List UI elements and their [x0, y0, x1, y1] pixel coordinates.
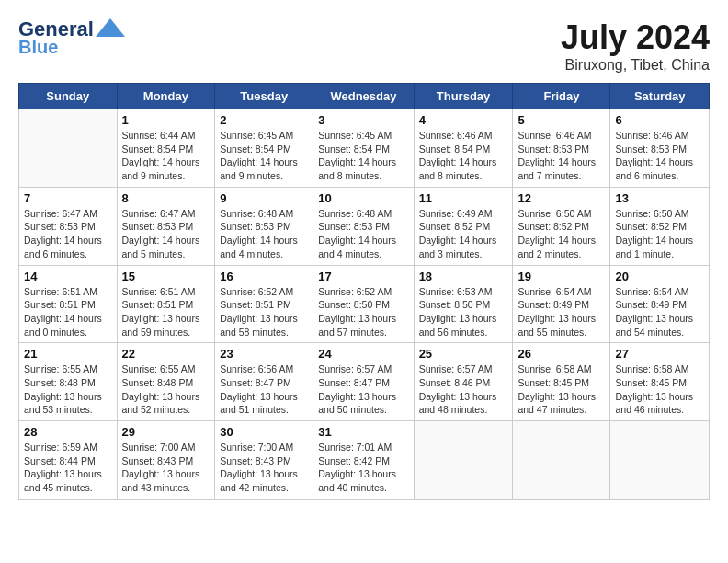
day-number: 2: [220, 113, 308, 127]
day-number: 27: [615, 347, 704, 361]
calendar-cell: 19Sunrise: 6:54 AMSunset: 8:49 PMDayligh…: [513, 265, 610, 343]
day-of-week-header: Thursday: [414, 84, 513, 109]
day-info: Sunrise: 7:00 AMSunset: 8:43 PMDaylight:…: [220, 441, 308, 495]
calendar-cell: 16Sunrise: 6:52 AMSunset: 8:51 PMDayligh…: [215, 265, 313, 343]
calendar-cell: 23Sunrise: 6:56 AMSunset: 8:47 PMDayligh…: [215, 343, 313, 421]
calendar-cell: 25Sunrise: 6:57 AMSunset: 8:46 PMDayligh…: [414, 343, 513, 421]
calendar-cell: 27Sunrise: 6:58 AMSunset: 8:45 PMDayligh…: [610, 343, 710, 421]
day-info: Sunrise: 6:50 AMSunset: 8:52 PMDaylight:…: [518, 207, 605, 261]
day-info: Sunrise: 7:00 AMSunset: 8:43 PMDaylight:…: [122, 441, 210, 495]
day-number: 26: [518, 347, 605, 361]
calendar-cell: 2Sunrise: 6:45 AMSunset: 8:54 PMDaylight…: [215, 109, 313, 188]
calendar-cell: [414, 421, 513, 500]
day-number: 25: [419, 347, 508, 361]
day-number: 4: [419, 113, 508, 127]
day-info: Sunrise: 6:51 AMSunset: 8:51 PMDaylight:…: [24, 285, 112, 339]
day-info: Sunrise: 6:59 AMSunset: 8:44 PMDaylight:…: [24, 441, 112, 495]
day-number: 8: [122, 191, 210, 205]
day-info: Sunrise: 6:52 AMSunset: 8:50 PMDaylight:…: [318, 285, 408, 339]
day-number: 10: [318, 191, 408, 205]
day-number: 21: [24, 347, 112, 361]
day-info: Sunrise: 6:49 AMSunset: 8:52 PMDaylight:…: [419, 207, 508, 261]
day-number: 28: [24, 425, 112, 439]
calendar-cell: 26Sunrise: 6:58 AMSunset: 8:45 PMDayligh…: [513, 343, 610, 421]
calendar-cell: 22Sunrise: 6:55 AMSunset: 8:48 PMDayligh…: [117, 343, 215, 421]
location: Biruxong, Tibet, China: [561, 57, 710, 74]
calendar-week-row: 21Sunrise: 6:55 AMSunset: 8:48 PMDayligh…: [19, 343, 710, 421]
logo-blue-text: Blue: [18, 37, 58, 57]
day-of-week-header: Monday: [117, 84, 215, 109]
day-of-week-header: Wednesday: [313, 84, 414, 109]
day-number: 23: [220, 347, 308, 361]
logo-icon: [96, 18, 125, 37]
day-info: Sunrise: 6:48 AMSunset: 8:53 PMDaylight:…: [318, 207, 408, 261]
day-of-week-header: Tuesday: [215, 84, 313, 109]
day-info: Sunrise: 6:51 AMSunset: 8:51 PMDaylight:…: [122, 285, 210, 339]
day-info: Sunrise: 6:57 AMSunset: 8:47 PMDaylight:…: [318, 362, 408, 417]
calendar-cell: 12Sunrise: 6:50 AMSunset: 8:52 PMDayligh…: [513, 187, 610, 265]
svg-marker-0: [96, 18, 125, 37]
day-number: 11: [419, 191, 508, 205]
day-number: 12: [518, 191, 605, 205]
day-number: 13: [615, 191, 704, 205]
day-number: 15: [122, 270, 210, 283]
day-info: Sunrise: 6:55 AMSunset: 8:48 PMDaylight:…: [122, 362, 210, 417]
calendar-cell: 11Sunrise: 6:49 AMSunset: 8:52 PMDayligh…: [414, 187, 513, 265]
calendar-cell: 18Sunrise: 6:53 AMSunset: 8:50 PMDayligh…: [414, 265, 513, 343]
calendar-cell: [19, 109, 118, 188]
day-number: 31: [318, 425, 408, 439]
day-info: Sunrise: 6:54 AMSunset: 8:49 PMDaylight:…: [518, 285, 605, 339]
calendar-week-row: 28Sunrise: 6:59 AMSunset: 8:44 PMDayligh…: [19, 421, 710, 500]
day-info: Sunrise: 6:47 AMSunset: 8:53 PMDaylight:…: [24, 207, 112, 261]
day-of-week-header: Saturday: [610, 84, 710, 109]
day-info: Sunrise: 6:52 AMSunset: 8:51 PMDaylight:…: [220, 285, 308, 339]
calendar-cell: 24Sunrise: 6:57 AMSunset: 8:47 PMDayligh…: [313, 343, 414, 421]
calendar-header-row: SundayMondayTuesdayWednesdayThursdayFrid…: [19, 84, 710, 109]
calendar-cell: 1Sunrise: 6:44 AMSunset: 8:54 PMDaylight…: [117, 109, 215, 188]
day-info: Sunrise: 6:46 AMSunset: 8:54 PMDaylight:…: [419, 129, 508, 183]
calendar-cell: 8Sunrise: 6:47 AMSunset: 8:53 PMDaylight…: [117, 187, 215, 265]
day-info: Sunrise: 6:53 AMSunset: 8:50 PMDaylight:…: [419, 285, 508, 339]
day-number: 1: [122, 113, 210, 127]
calendar-cell: 20Sunrise: 6:54 AMSunset: 8:49 PMDayligh…: [610, 265, 710, 343]
calendar-cell: 4Sunrise: 6:46 AMSunset: 8:54 PMDaylight…: [414, 109, 513, 188]
day-number: 9: [220, 191, 308, 205]
day-number: 19: [518, 270, 605, 283]
calendar-cell: 29Sunrise: 7:00 AMSunset: 8:43 PMDayligh…: [117, 421, 215, 500]
day-info: Sunrise: 6:55 AMSunset: 8:48 PMDaylight:…: [24, 362, 112, 417]
logo: General Blue: [18, 18, 125, 57]
calendar-cell: 14Sunrise: 6:51 AMSunset: 8:51 PMDayligh…: [19, 265, 118, 343]
calendar-cell: 9Sunrise: 6:48 AMSunset: 8:53 PMDaylight…: [215, 187, 313, 265]
day-number: 6: [615, 113, 704, 127]
day-number: 5: [518, 113, 605, 127]
day-info: Sunrise: 6:45 AMSunset: 8:54 PMDaylight:…: [318, 129, 408, 183]
calendar-cell: 13Sunrise: 6:50 AMSunset: 8:52 PMDayligh…: [610, 187, 710, 265]
calendar-cell: 17Sunrise: 6:52 AMSunset: 8:50 PMDayligh…: [313, 265, 414, 343]
calendar-week-row: 7Sunrise: 6:47 AMSunset: 8:53 PMDaylight…: [19, 187, 710, 265]
page-header: General Blue July 2024 Biruxong, Tibet, …: [18, 18, 710, 74]
calendar-cell: 10Sunrise: 6:48 AMSunset: 8:53 PMDayligh…: [313, 187, 414, 265]
day-number: 17: [318, 270, 408, 283]
calendar-cell: 21Sunrise: 6:55 AMSunset: 8:48 PMDayligh…: [19, 343, 118, 421]
day-info: Sunrise: 6:54 AMSunset: 8:49 PMDaylight:…: [615, 285, 704, 339]
day-info: Sunrise: 6:46 AMSunset: 8:53 PMDaylight:…: [615, 129, 704, 183]
calendar-cell: 7Sunrise: 6:47 AMSunset: 8:53 PMDaylight…: [19, 187, 118, 265]
day-number: 16: [220, 270, 308, 283]
day-number: 30: [220, 425, 308, 439]
day-info: Sunrise: 6:58 AMSunset: 8:45 PMDaylight:…: [518, 362, 605, 417]
calendar-cell: 30Sunrise: 7:00 AMSunset: 8:43 PMDayligh…: [215, 421, 313, 500]
day-info: Sunrise: 6:58 AMSunset: 8:45 PMDaylight:…: [615, 362, 704, 417]
calendar-cell: [610, 421, 710, 500]
calendar-week-row: 1Sunrise: 6:44 AMSunset: 8:54 PMDaylight…: [19, 109, 710, 188]
calendar-cell: 31Sunrise: 7:01 AMSunset: 8:42 PMDayligh…: [313, 421, 414, 500]
day-info: Sunrise: 6:48 AMSunset: 8:53 PMDaylight:…: [220, 207, 308, 261]
day-number: 20: [615, 270, 704, 283]
calendar-cell: 5Sunrise: 6:46 AMSunset: 8:53 PMDaylight…: [513, 109, 610, 188]
day-info: Sunrise: 6:50 AMSunset: 8:52 PMDaylight:…: [615, 207, 704, 261]
calendar-table: SundayMondayTuesdayWednesdayThursdayFrid…: [18, 83, 710, 500]
calendar-cell: 3Sunrise: 6:45 AMSunset: 8:54 PMDaylight…: [313, 109, 414, 188]
calendar-cell: 28Sunrise: 6:59 AMSunset: 8:44 PMDayligh…: [19, 421, 118, 500]
calendar-week-row: 14Sunrise: 6:51 AMSunset: 8:51 PMDayligh…: [19, 265, 710, 343]
day-number: 3: [318, 113, 408, 127]
month-year: July 2024: [561, 18, 710, 57]
